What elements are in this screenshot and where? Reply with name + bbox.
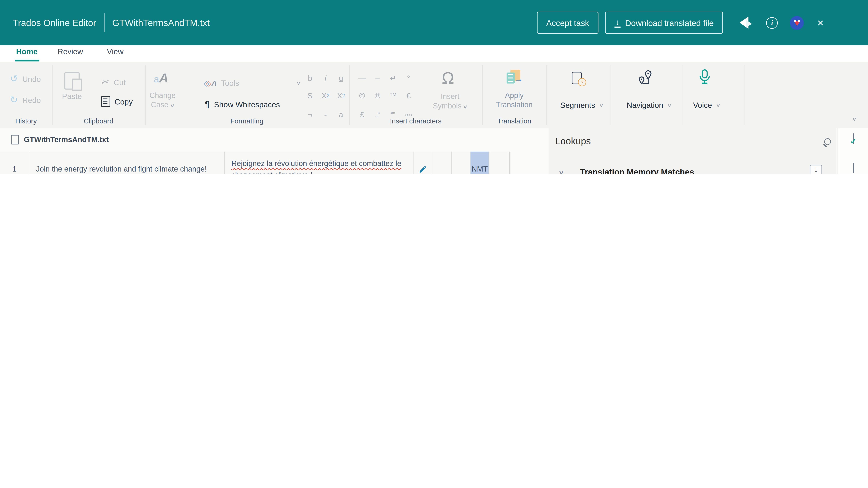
strikethrough-button[interactable]: S [303,90,317,102]
avatar[interactable]: ♥ [790,16,804,30]
ribbon: ↺ Undo ↻ Redo History Paste ✂ Cut Copy C… [0,62,868,129]
edit-cell[interactable] [413,152,432,174]
paste-label: Paste [62,92,82,101]
segment-number[interactable]: 1 [0,152,29,174]
table-scrollbar[interactable] [509,152,510,174]
right-sidebar: ✓ [838,128,868,174]
accept-task-label: Accept task [546,18,589,27]
question-icon: ? [578,78,586,86]
show-whitespaces-label: Show Whitespaces [214,100,280,109]
title-divider [104,13,104,32]
segments-label: Segments [560,101,595,110]
active-tab-underline [15,60,39,61]
tm-section-title: Translation Memory Matches [580,167,694,174]
source-cell[interactable]: Join the energy revolution and fight cli… [29,152,225,174]
info-icon[interactable]: i [766,17,778,29]
document-icon [11,135,19,144]
copy-label: Copy [115,97,133,106]
undo-button[interactable]: ↺ Undo [10,74,41,84]
subscript-button[interactable]: X2 [319,90,332,102]
table-row: 1 Join the energy revolution and fight c… [0,152,507,174]
tm-insert-icon[interactable]: ↓ [810,165,822,174]
low-quotes-button[interactable]: „“ [371,108,384,121]
navigation-icon[interactable] [638,70,653,86]
apply-translation-icon[interactable]: → [506,70,522,86]
letter-a-button[interactable]: a [334,108,348,121]
group-label-insert-characters: Insert characters [390,117,441,125]
redo-icon: ↻ [10,95,18,105]
heart-icon: ♥ [794,18,800,27]
navigation-button[interactable]: Navigation ∨ [627,101,672,110]
download-icon: ↓ [615,18,621,27]
change-case-labels[interactable]: Change Case ∨ [150,91,176,110]
document-tab[interactable]: GTWithTermsAndTM.txt [0,135,109,144]
italic-button[interactable]: i [319,72,332,84]
insert-symbols-labels[interactable]: Insert Symbols ∨ [431,92,469,112]
chevron-down-icon: ∨ [667,102,672,108]
file-details-icon[interactable] [853,163,854,173]
chevron-down-icon[interactable]: ∨ [558,169,565,174]
group-label-formatting: Formatting [230,117,264,125]
arrow-right-icon: → [514,74,523,84]
copy-icon [101,96,110,107]
paste-button[interactable]: Paste [62,72,82,101]
superscript-button[interactable]: X2 [334,90,348,102]
change-case-button[interactable]: aA [154,71,168,86]
line-break-button[interactable]: ↵ [386,72,400,84]
segments-button[interactable]: Segments ∨ [560,101,603,110]
change-case-icon: aA [154,71,168,86]
pound-button[interactable]: £ [355,108,369,121]
not-sign-button[interactable]: ¬ [303,108,317,121]
show-whitespaces-button[interactable]: ¶ Show Whitespaces [205,100,280,110]
cut-label: Cut [114,78,126,87]
empty-cell [432,152,452,174]
hyphen-button[interactable]: - [319,108,332,121]
bold-button[interactable]: b [303,72,317,84]
en-dash-button[interactable]: – [371,72,384,84]
euro-button[interactable]: € [402,90,415,102]
trademark-button[interactable]: ™ [386,90,400,102]
tab-view[interactable]: View [107,47,123,56]
paste-icon [64,72,80,90]
undo-icon: ↺ [10,74,18,84]
paper-plane-icon[interactable] [739,15,753,30]
pencil-icon [418,165,427,173]
preview-document-icon[interactable]: ✓ [853,134,854,144]
navigation-label: Navigation [627,101,663,110]
target-cell[interactable]: Rejoignez la révolution énergétique et c… [225,152,413,174]
ring-char-button[interactable]: ° [402,72,415,84]
redo-button[interactable]: ↻ Redo [10,95,41,105]
ribbon-tabs: Home Review View [0,45,868,62]
segments-table: 1 Join the energy revolution and fight c… [0,152,507,174]
accept-task-button[interactable]: Accept task [537,12,598,34]
change-case-label-1: Change [150,91,176,100]
scissors-icon: ✂ [101,76,109,88]
voice-button[interactable]: Voice ∨ [693,101,720,110]
redo-label: Redo [22,95,41,104]
collapse-ribbon-chevron-icon[interactable]: ∨ [852,116,857,122]
empty-cell [490,152,508,174]
status-badge: NMT [470,152,489,174]
copyright-button[interactable]: © [355,90,369,102]
search-icon[interactable] [823,138,831,146]
tab-review[interactable]: Review [58,47,83,56]
voice-microphone-icon[interactable] [699,69,711,85]
registered-button[interactable]: ® [371,90,384,102]
tab-home[interactable]: Home [16,47,37,56]
tools-icon: ◇◇A [204,79,217,87]
em-dash-button[interactable]: — [355,72,369,84]
copy-button[interactable]: Copy [101,96,133,107]
segments-icon[interactable]: ? [572,72,585,85]
insert-symbols-label-2: Symbols ∨ [433,101,467,112]
download-label: Download translated file [625,18,714,27]
apply-translation-labels[interactable]: Apply Translation [495,91,534,109]
underline-button[interactable]: u [334,72,348,84]
download-translated-file-button[interactable]: ↓ Download translated file [605,12,723,34]
chevron-down-icon: ∨ [463,102,468,112]
cut-button[interactable]: ✂ Cut [101,76,126,88]
close-icon[interactable]: × [817,17,824,28]
chevron-down-icon: ∨ [296,80,301,86]
group-label-translation: Translation [497,117,531,125]
insert-symbols-button[interactable]: Ω [442,69,454,87]
tools-button[interactable]: ◇◇A Tools ∨ [204,78,301,87]
